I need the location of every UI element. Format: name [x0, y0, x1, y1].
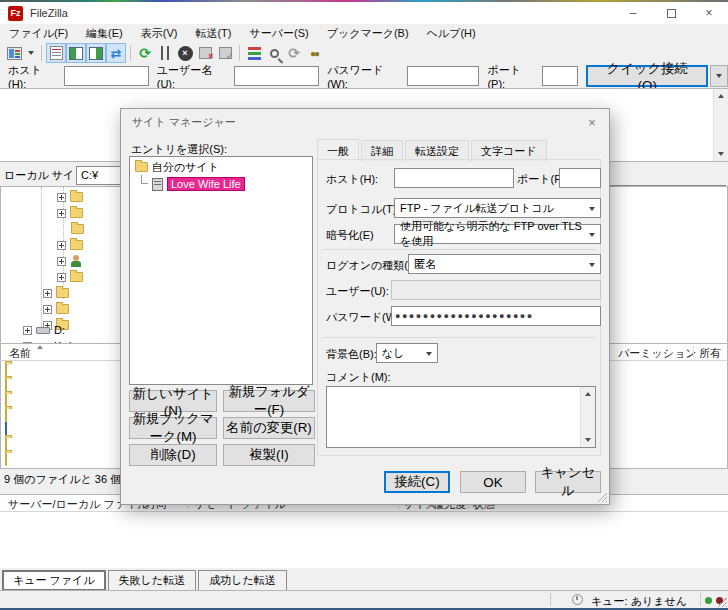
- rename-button[interactable]: 名前の変更(R): [223, 417, 315, 439]
- menu-bookmarks[interactable]: ブックマーク(B): [318, 24, 418, 43]
- expand-icon[interactable]: [57, 257, 66, 266]
- tree-item[interactable]: [57, 206, 83, 220]
- synchronize-button[interactable]: ⟳: [284, 43, 304, 63]
- logon-type-select[interactable]: 匿名: [408, 254, 601, 274]
- scroll-up-icon[interactable]: [718, 94, 724, 98]
- expand-icon[interactable]: [57, 241, 66, 250]
- tree-item-user[interactable]: [57, 254, 82, 268]
- permissions-column-header[interactable]: パーミッション: [618, 346, 697, 361]
- connect-button[interactable]: 接続(C): [384, 471, 450, 493]
- menu-edit[interactable]: 編集(E): [77, 24, 132, 43]
- file-row[interactable]: [5, 438, 7, 450]
- menu-help[interactable]: ヘルプ(H): [418, 24, 485, 43]
- file-search-button[interactable]: [264, 43, 284, 63]
- dialog-close-button[interactable]: ×: [575, 109, 609, 135]
- expand-icon[interactable]: [43, 289, 52, 298]
- column-separator[interactable]: [693, 346, 694, 358]
- tree-item[interactable]: [57, 238, 83, 252]
- log-scrollbar[interactable]: [713, 89, 728, 161]
- comment-textarea[interactable]: [326, 386, 596, 448]
- expand-icon[interactable]: [57, 273, 66, 282]
- new-site-button[interactable]: 新しいサイト(N): [129, 390, 217, 412]
- tree-item[interactable]: [71, 222, 84, 236]
- site-manager-dropdown[interactable]: [24, 43, 37, 63]
- tree-item[interactable]: [43, 286, 69, 300]
- minimize-button[interactable]: –: [614, 2, 652, 24]
- site-tree[interactable]: 自分のサイト Love Wife Life: [129, 156, 313, 385]
- password-input[interactable]: [407, 66, 479, 86]
- queue-speed-icon[interactable]: [572, 594, 583, 605]
- menu-server[interactable]: サーバー(S): [240, 24, 317, 43]
- expand-icon[interactable]: [23, 326, 32, 335]
- menu-view[interactable]: 表示(V): [132, 24, 187, 43]
- new-folder-button[interactable]: 新規フォルダー(F): [223, 390, 315, 412]
- username-input[interactable]: [234, 66, 319, 86]
- file-row[interactable]: [5, 423, 7, 435]
- protocol-value: FTP - ファイル転送プロトコル: [400, 201, 554, 216]
- tree-item[interactable]: [43, 302, 69, 316]
- titlebar[interactable]: Fz FileZilla – ×: [0, 2, 728, 24]
- delete-button[interactable]: 削除(D): [129, 444, 217, 466]
- cancel-dialog-button[interactable]: キャンセル: [535, 471, 601, 493]
- toggle-message-log-button[interactable]: [46, 43, 66, 63]
- tree-item-my-sites[interactable]: 自分のサイト: [135, 160, 219, 174]
- refresh-button[interactable]: ⟳: [135, 43, 155, 63]
- dialog-titlebar[interactable]: サイト マネージャー: [121, 109, 609, 135]
- new-bookmark-button[interactable]: 新規ブックマーク(M): [129, 417, 217, 439]
- tree-item[interactable]: [57, 190, 83, 204]
- tab-general[interactable]: 一般: [317, 139, 359, 161]
- encryption-select[interactable]: 使用可能なら明示的な FTP over TLS を使用: [394, 224, 601, 244]
- expand-icon[interactable]: [57, 193, 66, 202]
- toggle-local-tree-button[interactable]: [66, 43, 86, 63]
- file-row[interactable]: [5, 379, 7, 391]
- queue-list[interactable]: [0, 512, 728, 568]
- name-column-header[interactable]: 名前: [9, 346, 31, 361]
- selected-site-label[interactable]: Love Wife Life: [167, 177, 245, 191]
- quickconnect-button[interactable]: クイック接続(Q): [586, 65, 708, 87]
- menu-file[interactable]: ファイル(F): [0, 24, 77, 43]
- tab-queued-files[interactable]: キュー ファイル: [2, 570, 106, 591]
- file-row[interactable]: [5, 409, 7, 421]
- sm-host-input[interactable]: [394, 168, 514, 188]
- close-button[interactable]: ×: [690, 2, 728, 24]
- site-manager-dialog[interactable]: サイト マネージャー × エントリを選択(S): 自分のサイト Love Wif…: [120, 108, 610, 505]
- toggle-remote-tree-button[interactable]: [86, 43, 106, 63]
- tab-failed-transfers[interactable]: 失敗した転送: [108, 570, 197, 591]
- maximize-button[interactable]: [652, 2, 690, 24]
- dialog-resize-grip[interactable]: [597, 492, 607, 502]
- file-row[interactable]: [5, 394, 7, 406]
- tree-item[interactable]: [57, 270, 83, 284]
- ok-button[interactable]: OK: [460, 471, 526, 493]
- protocol-label: プロトコル(T): [326, 202, 396, 217]
- scroll-down-icon[interactable]: [718, 152, 724, 156]
- expand-icon[interactable]: [43, 305, 52, 314]
- find-files-button[interactable]: ●●: [304, 43, 324, 63]
- host-input[interactable]: [64, 66, 149, 86]
- toggle-queue-button[interactable]: ⇄: [106, 43, 126, 63]
- disconnect-button[interactable]: ×: [195, 43, 215, 63]
- tree-item-drive-d[interactable]: D:: [23, 323, 65, 337]
- reconnect-button[interactable]: ✓: [215, 43, 235, 63]
- tree-item-site[interactable]: Love Wife Life: [152, 177, 245, 191]
- file-row[interactable]: [5, 364, 7, 376]
- scroll-up-icon[interactable]: [585, 392, 591, 396]
- duplicate-button[interactable]: 複製(I): [223, 444, 315, 466]
- file-row[interactable]: [5, 453, 7, 465]
- bgcolor-select[interactable]: なし: [376, 343, 438, 363]
- quickconnect-dropdown[interactable]: [710, 65, 728, 87]
- comment-scrollbar[interactable]: [580, 387, 595, 447]
- site-manager-button[interactable]: [4, 43, 24, 63]
- tab-successful-transfers[interactable]: 成功した転送: [198, 570, 287, 591]
- expand-icon[interactable]: [57, 209, 66, 218]
- scroll-down-icon[interactable]: [585, 438, 591, 442]
- port-input[interactable]: [542, 66, 578, 86]
- filter-button[interactable]: [244, 43, 264, 63]
- window-resize-grip[interactable]: [717, 597, 727, 607]
- menu-transfer[interactable]: 転送(T): [186, 24, 240, 43]
- protocol-select[interactable]: FTP - ファイル転送プロトコル: [394, 198, 601, 218]
- process-queue-button[interactable]: [155, 43, 175, 63]
- cancel-button[interactable]: ×: [175, 43, 195, 63]
- check-icon: ✓: [226, 51, 234, 61]
- sm-port-input[interactable]: [559, 168, 601, 188]
- toolbar-separator: [41, 45, 42, 61]
